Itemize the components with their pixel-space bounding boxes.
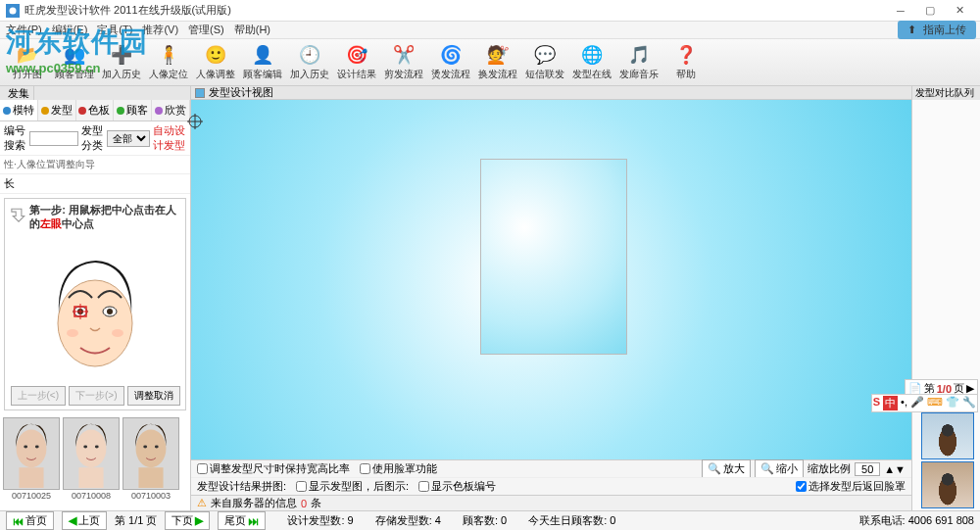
design-canvas[interactable] xyxy=(191,100,911,459)
server-msg-label: 来自服务器的信息 xyxy=(211,496,297,510)
toolbar-icon-4: 🙂 xyxy=(204,43,227,67)
collection-tab[interactable]: 发集 xyxy=(4,86,34,101)
toolbar-换发流程[interactable]: 💇换发流程 xyxy=(476,41,519,84)
toolbar-顾客编辑[interactable]: 👤顾客编辑 xyxy=(241,41,284,84)
toolbar-label-9: 烫发流程 xyxy=(431,68,470,81)
menu-manage[interactable]: 管理(S) xyxy=(186,23,226,37)
zoom-out-button[interactable]: 🔍缩小 xyxy=(755,459,804,478)
left-panel-tabs: 模特发型色板顾客欣赏 xyxy=(0,100,190,121)
menu-tools[interactable]: 宝具(T) xyxy=(95,23,134,37)
thumb-id: 00710003 xyxy=(131,491,171,501)
left-tab-色板[interactable]: 色板 xyxy=(76,100,115,120)
search-row: 编号搜索 发型分类 全部 自动设计发型 xyxy=(0,121,190,156)
ime-skin-icon[interactable]: 👕 xyxy=(946,396,959,410)
ime-tool-icon[interactable]: 🔧 xyxy=(962,396,976,410)
toolbar-发廊音乐[interactable]: 🎵发廊音乐 xyxy=(617,41,661,84)
zoom-out-icon: 🔍 xyxy=(760,462,774,475)
compare-header: 发型对比队列 xyxy=(912,86,980,100)
ime-punct-icon[interactable]: •, xyxy=(901,396,907,410)
compare-thumb-1[interactable] xyxy=(921,412,974,459)
wizard-next-button[interactable]: 下一步(>) xyxy=(69,386,124,406)
menu-recommend[interactable]: 推荐(V) xyxy=(140,23,180,37)
model-thumb-00710025[interactable]: 00710025 xyxy=(3,417,60,501)
left-panel-header: 发集 xyxy=(0,86,190,100)
tab-dot-icon xyxy=(78,107,86,115)
model-thumb-00710003[interactable]: 00710003 xyxy=(122,417,179,501)
titlebar: 旺虎发型设计软件 2011在线升级版(试用版) ─ ▢ ✕ xyxy=(0,0,980,22)
maximize-button[interactable]: ▢ xyxy=(915,2,945,20)
nav-last-button[interactable]: 尾页⏭ xyxy=(218,511,266,530)
toolbar-label-8: 剪发流程 xyxy=(384,68,423,81)
zoom-in-button[interactable]: 🔍放大 xyxy=(702,459,751,478)
toolbar-发型在线[interactable]: 🌐发型在线 xyxy=(570,41,613,84)
model-thumb-00710008[interactable]: 00710008 xyxy=(63,417,120,501)
keep-ratio-checkbox[interactable]: 调整发型尺寸时保持宽高比率 xyxy=(197,461,350,476)
close-button[interactable]: ✕ xyxy=(945,2,974,20)
toolbar-短信联发[interactable]: 💬短信联发 xyxy=(523,41,566,84)
svg-point-23 xyxy=(136,429,167,467)
svg-rect-26 xyxy=(138,467,163,488)
toolbar-label-4: 人像调整 xyxy=(196,68,235,81)
left-tab-顾客[interactable]: 顾客 xyxy=(114,100,152,120)
stat-customers: 顾客数: 0 xyxy=(463,513,507,528)
svg-point-11 xyxy=(112,329,123,337)
compare-body: 📄 第 1/0 页 ▶ S 中 •, 🎤 ⌨ 👕 🔧 xyxy=(912,100,980,510)
toolbar-设计结果[interactable]: 🎯设计结果 xyxy=(335,41,378,84)
nav-first-button[interactable]: ⏮首页 xyxy=(6,511,54,530)
toolbar-icon-13: 🎵 xyxy=(627,43,651,67)
svg-point-14 xyxy=(24,445,27,448)
save-return-checkbox[interactable]: 选择发型后返回脸罩 xyxy=(796,479,906,494)
compare-thumb-2[interactable] xyxy=(921,461,974,508)
minimize-button[interactable]: ─ xyxy=(886,2,915,20)
toolbar-icon-5: 👤 xyxy=(251,43,274,67)
left-tab-模特[interactable]: 模特 xyxy=(0,100,38,120)
upload-icon: ⬆ xyxy=(906,24,918,36)
svg-point-19 xyxy=(83,445,87,448)
use-mask-checkbox[interactable]: 使用脸罩功能 xyxy=(360,461,437,476)
auto-design-button[interactable]: 自动设计发型 xyxy=(153,123,186,153)
menu-help[interactable]: 帮助(H) xyxy=(232,23,272,37)
show-color-checkbox[interactable]: 显示色板编号 xyxy=(418,479,496,494)
toolbar-label-0: 打开图 xyxy=(13,68,42,81)
svg-point-1 xyxy=(10,7,17,14)
canvas-color-box xyxy=(195,88,205,98)
toolbar-帮助[interactable]: ❓帮助 xyxy=(664,41,708,84)
menu-file[interactable]: 文件(P) xyxy=(4,23,44,37)
toolbar-加入历史[interactable]: 🕘加入历史 xyxy=(288,41,331,84)
ime-mic-icon[interactable]: 🎤 xyxy=(910,396,924,410)
category-select[interactable]: 全部 xyxy=(107,130,150,147)
wizard-prev-button[interactable]: 上一步(<) xyxy=(11,386,67,406)
toolbar-人像调整[interactable]: 🙂人像调整 xyxy=(194,41,237,84)
zoom-in-icon: 🔍 xyxy=(708,462,721,475)
toolbar-人像定位[interactable]: 🧍人像定位 xyxy=(147,41,190,84)
toolbar-icon-3: 🧍 xyxy=(157,43,180,67)
tab-dot-icon xyxy=(41,107,49,115)
upload-guide-button[interactable]: ⬆ 指南上传 xyxy=(898,21,976,39)
search-input[interactable] xyxy=(29,131,78,146)
result-desc-label: 发型设计结果拼图: xyxy=(197,479,286,494)
toolbar-加入历史[interactable]: ➕加入历史 xyxy=(100,41,143,84)
left-tab-发型[interactable]: 发型 xyxy=(38,100,76,120)
zoom-spinner[interactable]: ▲▼ xyxy=(884,463,906,475)
canvas-options-1: 调整发型尺寸时保持宽高比率 使用脸罩功能 🔍放大 🔍缩小 缩放比例 ▲▼ xyxy=(191,459,911,477)
ime-bar[interactable]: S 中 •, 🎤 ⌨ 👕 🔧 xyxy=(871,394,978,412)
toolbar-烫发流程[interactable]: 🌀烫发流程 xyxy=(429,41,472,84)
canvas-inner-frame[interactable] xyxy=(480,159,627,355)
toolbar-打开图[interactable]: 📂打开图 xyxy=(6,41,49,84)
right-panel: 发型对比队列 📄 第 1/0 页 ▶ S 中 •, 🎤 ⌨ 👕 🔧 xyxy=(911,86,980,510)
nav-next-button[interactable]: 下页▶ xyxy=(165,511,210,530)
server-msg-unit: 条 xyxy=(311,496,321,510)
nav-prev-button[interactable]: ◀上页 xyxy=(62,511,107,530)
face-canvas[interactable] xyxy=(9,235,181,382)
menu-edit[interactable]: 编辑(E) xyxy=(50,23,90,37)
show-style-checkbox[interactable]: 显示发型图，后图示: xyxy=(296,479,409,494)
ime-keyboard-icon[interactable]: ⌨ xyxy=(927,396,943,410)
left-tab-欣赏[interactable]: 欣赏 xyxy=(152,100,190,120)
toolbar-label-6: 加入历史 xyxy=(290,68,329,81)
wizard-cancel-button[interactable]: 调整取消 xyxy=(127,386,180,406)
zoom-input[interactable] xyxy=(855,462,880,476)
toolbar-顾客管理[interactable]: 👥顾客管理 xyxy=(53,41,96,84)
canvas-header: 发型设计视图 xyxy=(191,86,911,100)
toolbar-剪发流程[interactable]: ✂️剪发流程 xyxy=(382,41,425,84)
ime-lang[interactable]: 中 xyxy=(883,396,898,410)
